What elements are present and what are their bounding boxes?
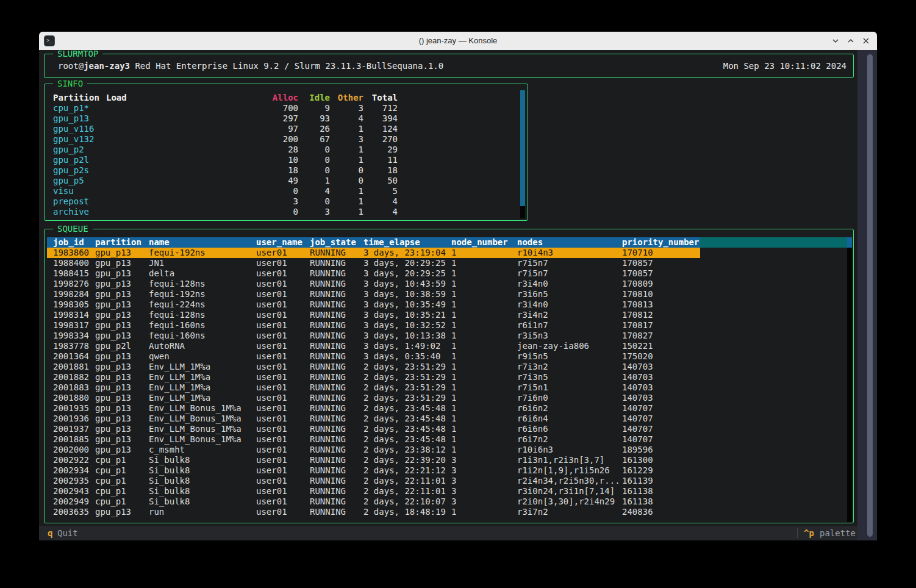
- cell-partition: gpu_p13: [95, 310, 131, 320]
- cell-partition: cpu_p1: [95, 476, 126, 486]
- total-value: 124: [368, 124, 398, 134]
- idle-value: 9: [301, 103, 330, 113]
- squeue-row[interactable]: 2001936 gpu_p13 Env_LLM_Bonus_1M%a user0…: [47, 414, 700, 424]
- squeue-row[interactable]: 2003635 gpu_p13 run user01 RUNNING 2 day…: [47, 507, 700, 517]
- total-value: 5: [368, 186, 398, 196]
- partition-name: prepost: [53, 196, 89, 207]
- cell-partition: gpu_p13: [95, 382, 131, 393]
- cell-user-name: user01: [256, 424, 287, 434]
- cell-user-name: user01: [256, 476, 287, 486]
- cell-node-number: 1: [451, 289, 456, 299]
- cell-node-number: 1: [451, 372, 456, 382]
- cell-nodes: r9i5n5: [517, 351, 548, 362]
- cell-name: AutoRNA: [149, 341, 185, 351]
- sinfo-scrollbar-thumb[interactable]: [520, 90, 525, 206]
- cell-user-name: user01: [256, 403, 287, 414]
- alloc-value: 0: [259, 186, 298, 196]
- column-header-other: Other: [334, 93, 363, 103]
- sinfo-panel: SINFO Partition Load Alloc Idle Other To…: [44, 84, 528, 221]
- palette-label[interactable]: palette: [820, 526, 856, 540]
- squeue-row[interactable]: 1998284 gpu_p13 fequi-192ns user01 RUNNI…: [47, 289, 700, 299]
- squeue-row[interactable]: 2001935 gpu_p13 Env_LLM_Bonus_1M%a user0…: [47, 403, 700, 414]
- quit-key[interactable]: q: [48, 526, 52, 540]
- maximize-button[interactable]: [846, 36, 856, 46]
- slurmtop-panel: SLURMTOP root@jean-zay3 Red Hat Enterpri…: [44, 54, 854, 78]
- cell-nodes: r3i0n24,r3i1n[7,14]: [517, 486, 615, 497]
- squeue-row[interactable]: 1998276 gpu_p13 fequi-128ns user01 RUNNI…: [47, 279, 700, 289]
- cell-job-state: RUNNING: [310, 382, 346, 393]
- squeue-row[interactable]: 1998305 gpu_p13 fequi-224ns user01 RUNNI…: [47, 299, 700, 310]
- total-value: 712: [368, 103, 398, 113]
- cell-time-elapse: 2 days, 23:51:29: [363, 393, 446, 403]
- minimize-button[interactable]: [831, 36, 840, 46]
- squeue-row[interactable]: 1983778 gpu_p2l AutoRNA user01 RUNNING 3…: [47, 341, 700, 351]
- squeue-row[interactable]: 1998317 gpu_p13 fequi-160ns user01 RUNNI…: [47, 320, 700, 331]
- cell-nodes: r7i5n7: [517, 258, 548, 268]
- squeue-row[interactable]: 2002943 cpu_p1 Si_bulk8 user01 RUNNING 2…: [47, 486, 700, 497]
- squeue-row[interactable]: 1988415 gpu_p13 delta user01 RUNNING 3 d…: [47, 268, 700, 279]
- sinfo-scrollbar[interactable]: [520, 90, 525, 218]
- squeue-row[interactable]: 2001883 gpu_p13 Env_LLM_1M%a user01 RUNN…: [47, 382, 700, 393]
- partition-name: gpu_p2: [53, 145, 84, 155]
- squeue-row[interactable]: 2002949 cpu_p1 Si_bulk8 user01 RUNNING 2…: [47, 497, 700, 507]
- cell-name: Env_LLM_Bonus_1M%a: [149, 424, 242, 434]
- quit-label[interactable]: Quit: [57, 526, 78, 540]
- cell-name: fequi-128ns: [149, 310, 206, 320]
- cell-partition: gpu_p13: [95, 362, 131, 372]
- cell-name: delta: [149, 268, 174, 279]
- squeue-row[interactable]: 1998314 gpu_p13 fequi-128ns user01 RUNNI…: [47, 310, 700, 320]
- cell-time-elapse: 2 days, 23:45:48: [363, 434, 446, 445]
- cell-nodes: r7i5n1: [517, 382, 548, 393]
- squeue-row[interactable]: 2001881 gpu_p13 Env_LLM_1M%a user01 RUNN…: [47, 362, 700, 372]
- cell-node-number: 3: [451, 497, 456, 507]
- squeue-row[interactable]: 2002935 cpu_p1 Si_bulk8 user01 RUNNING 2…: [47, 476, 700, 486]
- cell-priority-number: 175020: [622, 351, 653, 362]
- column-header-load: Load: [106, 93, 127, 103]
- squeue-rows: 1983860 gpu_p13 fequi-192ns user01 RUNNI…: [47, 248, 700, 517]
- konsole-scrollbar[interactable]: [857, 50, 877, 540]
- cell-priority-number: 140707: [622, 434, 653, 445]
- squeue-row[interactable]: 2001937 gpu_p13 Env_LLM_Bonus_1M%a user0…: [47, 424, 700, 434]
- squeue-scrollbar-thumb[interactable]: [847, 237, 852, 248]
- cell-time-elapse: 2 days, 22:39:20: [363, 455, 446, 465]
- squeue-row[interactable]: 1998334 gpu_p13 fequi-160ns user01 RUNNI…: [47, 331, 700, 341]
- alloc-value: 297: [259, 113, 298, 124]
- squeue-scrollbar[interactable]: [847, 237, 852, 522]
- cell-user-name: user01: [256, 248, 287, 258]
- squeue-row[interactable]: 1988400 gpu_p13 JN1 user01 RUNNING 3 day…: [47, 258, 700, 268]
- squeue-panel: SQUEUE job_id partition name user_name j…: [44, 229, 854, 523]
- squeue-row[interactable]: 2001885 gpu_p13 Env_LLM_Bonus_1M%a user0…: [47, 434, 700, 445]
- other-value: 1: [334, 196, 363, 207]
- squeue-row[interactable]: 2001880 gpu_p13 Env_LLM_1M%a user01 RUNN…: [47, 393, 700, 403]
- squeue-row[interactable]: 2001364 gpu_p13 qwen user01 RUNNING 3 da…: [47, 351, 700, 362]
- palette-key[interactable]: ^p: [804, 526, 814, 540]
- cell-job-id: 2001935: [53, 403, 89, 414]
- partition-name: gpu_p2s: [53, 165, 89, 176]
- cell-time-elapse: 2 days, 23:45:48: [363, 424, 446, 434]
- squeue-row[interactable]: 2002000 gpu_p13 c_msmht user01 RUNNING 2…: [47, 445, 700, 455]
- squeue-row[interactable]: 2001882 gpu_p13 Env_LLM_1M%a user01 RUNN…: [47, 372, 700, 382]
- cell-nodes: r7i3n2: [517, 362, 548, 372]
- total-value: 270: [368, 134, 398, 145]
- cell-priority-number: 170827: [622, 331, 653, 341]
- squeue-row[interactable]: 2002934 cpu_p1 Si_bulk8 user01 RUNNING 2…: [47, 465, 700, 476]
- cell-name: fequi-192ns: [149, 289, 206, 299]
- window-titlebar[interactable]: >_ () jean-zay — Konsole: [39, 32, 877, 50]
- cell-user-name: user01: [256, 486, 287, 497]
- cell-nodes: r6i7n2: [517, 434, 548, 445]
- cell-job-id: 2001880: [53, 393, 89, 403]
- cell-priority-number: 189596: [622, 445, 653, 455]
- close-button[interactable]: [861, 36, 871, 46]
- cell-job-state: RUNNING: [310, 445, 346, 455]
- cell-user-name: user01: [256, 507, 287, 517]
- cell-priority-number: 161138: [622, 497, 653, 507]
- cell-time-elapse: 2 days, 22:11:01: [363, 476, 446, 486]
- squeue-row[interactable]: 1983860 gpu_p13 fequi-192ns user01 RUNNI…: [47, 248, 700, 258]
- cell-nodes: r3i6n5: [517, 289, 548, 299]
- konsole-scrollbar-thumb[interactable]: [867, 54, 873, 537]
- squeue-row[interactable]: 2002922 cpu_p1 Si_bulk8 user01 RUNNING 2…: [47, 455, 700, 465]
- cell-job-state: RUNNING: [310, 299, 346, 310]
- sinfo-row: cpu_p1* 700 9 3 712: [45, 103, 528, 113]
- sinfo-row: gpu_p2 28 0 1 29: [45, 145, 528, 155]
- total-value: 50: [368, 176, 398, 186]
